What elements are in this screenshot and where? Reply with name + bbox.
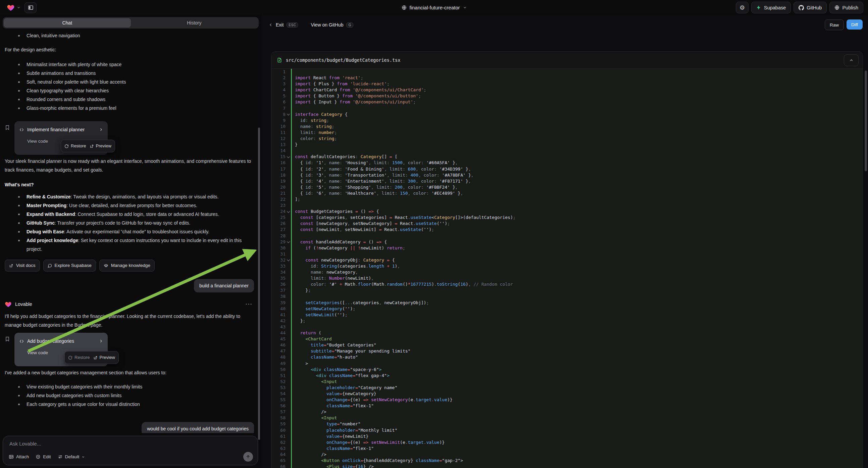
file-diff-card: src/components/budget/BudgetCategories.t… (271, 51, 863, 468)
external-link-icon (9, 264, 13, 268)
list-item: Add project knowledge: Set key context o… (5, 236, 254, 254)
lovable-menu[interactable] (7, 4, 21, 12)
more-menu-button[interactable]: ··· (246, 300, 253, 309)
view-on-github-button[interactable]: View on GitHub G (311, 22, 353, 28)
code-line: 45 <ChartCard (272, 336, 863, 342)
list-item: View existing budget categories with the… (5, 382, 254, 391)
supabase-bolt-icon (756, 5, 761, 10)
raw-toggle-button[interactable]: Raw (825, 20, 844, 30)
diff-toggle-button[interactable]: Diff (846, 20, 863, 30)
list-item: Each category gets a unique color for vi… (5, 400, 254, 409)
tab-history[interactable]: History (131, 18, 258, 28)
code-icon (19, 127, 24, 132)
chat-message-list[interactable]: Clean, intuitive navigation For the desi… (0, 29, 261, 433)
github-icon (799, 5, 804, 10)
version-title: Implement financial planner (27, 125, 96, 134)
collapse-file-button[interactable] (844, 54, 859, 66)
lovable-heart-icon (7, 4, 15, 12)
tab-chat[interactable]: Chat (4, 18, 131, 28)
send-button[interactable] (243, 452, 253, 462)
settings-button[interactable]: ⚙ (736, 2, 749, 13)
fold-chevron-icon[interactable] (286, 258, 290, 262)
restore-icon (64, 144, 69, 148)
code-line: 55 onChange={(e) => setNewCategory(e.tar… (272, 397, 863, 403)
code-line: 27 const [newLimit, setNewLimit] = React… (272, 227, 863, 233)
code-line: 18 { id: '3', name: 'Transportation', li… (272, 172, 863, 178)
code-line: 16 { id: '1', name: 'Housing', limit: 15… (272, 160, 863, 166)
assistant-name: Lovable (15, 300, 32, 309)
help-paragraph: I'll help you add budget categories to t… (5, 312, 254, 329)
code-editor[interactable]: 12import React from 'react';3import { Pl… (272, 69, 863, 468)
panel-toggle-icon (28, 5, 34, 10)
github-button[interactable]: GitHub (794, 2, 827, 13)
globe-icon (401, 5, 406, 10)
chevron-right-icon[interactable] (99, 339, 103, 343)
list-item: Soft, neutral color palette with light b… (5, 78, 254, 86)
code-line: 29 const handleAddCategory = () => { (272, 239, 863, 245)
user-message: would be cool if you could add budget ca… (142, 422, 254, 433)
code-line: 31 (272, 251, 863, 257)
chevron-up-icon (849, 58, 854, 62)
fold-chevron-icon[interactable] (286, 155, 290, 158)
lovable-heart-icon (5, 301, 12, 308)
preview-button[interactable]: Preview (90, 142, 112, 150)
chat-scrollbar[interactable] (258, 127, 260, 440)
bookmark-icon[interactable] (5, 336, 10, 366)
preview-button[interactable]: Preview (93, 353, 115, 362)
version-card-wrapper: Add budget categories View code Restore (5, 333, 254, 366)
whats-next-list: Refine & Customize: Tweak the design, an… (5, 193, 254, 254)
code-line: 60 placeholder="Monthly limit" (272, 428, 863, 433)
code-line: 9 id: string; (272, 117, 863, 123)
chat-bubble-icon (48, 264, 52, 268)
code-line: 43 (272, 324, 863, 330)
explore-supabase-button[interactable]: Explore Supabase (43, 260, 96, 272)
file-header[interactable]: src/components/budget/BudgetCategories.t… (272, 52, 863, 69)
code-line: 7 (272, 106, 863, 112)
supabase-button[interactable]: Supabase (751, 2, 791, 13)
attach-image-icon (9, 454, 14, 459)
bookmark-icon[interactable] (5, 124, 10, 155)
project-switcher[interactable]: financial-future-creator (401, 5, 466, 10)
code-line: 48 className="h-auto" (272, 354, 863, 360)
attach-button[interactable]: Attach (9, 454, 29, 459)
code-panel: Exit ESC View on GitHub G Raw Diff src/c… (261, 15, 868, 468)
version-card-wrapper: Implement financial planner View code Re… (5, 121, 254, 155)
version-actions: Restore Preview (61, 140, 115, 152)
file-plus-icon (277, 57, 282, 63)
code-scrollbar[interactable] (865, 70, 867, 171)
code-line: 64 /> (272, 451, 863, 458)
code-line: 59 type="number" (272, 421, 863, 427)
toggle-sidebar-button[interactable] (25, 2, 37, 13)
fold-chevron-icon[interactable] (286, 112, 290, 116)
code-line: 61 value={newLimit} (272, 433, 863, 439)
exit-button[interactable]: Exit ESC (269, 22, 298, 28)
preview-icon (93, 355, 98, 360)
chevron-right-icon[interactable] (99, 127, 103, 131)
code-line: 33 id: String(categories.length + 1), (272, 263, 863, 269)
version-actions: Restore Preview (64, 351, 119, 364)
list-item: Refine & Customize: Tweak the design, an… (5, 193, 254, 201)
visit-docs-button[interactable]: Visit docs (5, 260, 40, 272)
fold-chevron-icon[interactable] (286, 240, 290, 243)
gear-icon: ⚙ (740, 4, 745, 11)
list-item: Clean typography with clear hierarchies (5, 86, 254, 95)
code-line: 23 (272, 202, 863, 208)
chat-composer: Attach Edit Default (3, 436, 258, 465)
sliders-icon (58, 454, 63, 459)
code-line: 12 color: string; (272, 136, 863, 142)
edit-button[interactable]: Edit (36, 454, 51, 459)
chat-input[interactable] (9, 440, 254, 447)
code-line: 8interface Category { (272, 112, 863, 117)
code-line: 52 <Input (272, 379, 863, 385)
restore-button[interactable]: Restore (64, 142, 86, 150)
list-item: Glass-morphic elements for a premium fee… (5, 104, 254, 113)
code-line: 38 (272, 293, 863, 299)
fold-chevron-icon[interactable] (286, 209, 290, 213)
mode-selector[interactable]: Default (58, 454, 85, 459)
added-features-list: View existing budget categories with the… (5, 382, 254, 409)
intro-list: Clean, intuitive navigation (5, 31, 254, 40)
list-item: Rounded corners and subtle shadows (5, 95, 254, 104)
restore-button[interactable]: Restore (68, 353, 90, 362)
manage-knowledge-button[interactable]: Manage knowledge (99, 260, 155, 272)
publish-button[interactable]: Publish (829, 2, 863, 13)
